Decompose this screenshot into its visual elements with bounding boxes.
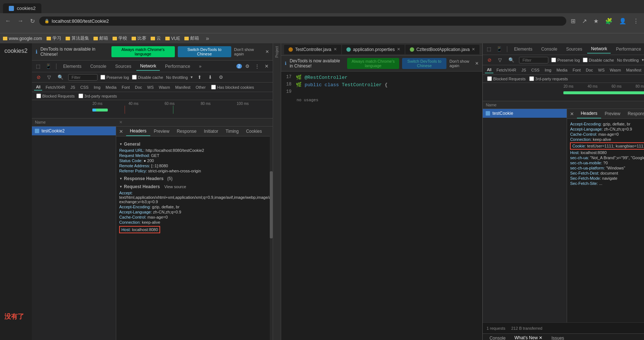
filter-input[interactable] [68, 74, 97, 81]
blocked-requests-label[interactable]: Blocked Requests [36, 94, 75, 98]
right-search-button[interactable]: 🔍 [507, 56, 516, 64]
right-header-panel-close[interactable]: ✕ [570, 111, 574, 117]
right-filter-img[interactable]: Img [543, 67, 553, 73]
ide-notify-close[interactable]: ✕ [475, 61, 479, 66]
bottom-tab-issues[interactable]: Issues [548, 334, 568, 340]
search-button[interactable]: 🔍 [56, 73, 65, 81]
right-filter-wasm[interactable]: Wasm [608, 67, 623, 73]
filter-js[interactable]: JS [69, 84, 77, 90]
right-filter-fetch[interactable]: Fetch/XHR [495, 67, 518, 73]
right-disable-cache-label[interactable]: Disable cache [583, 58, 614, 62]
right-filter-media[interactable]: Media [555, 67, 569, 73]
tab-testcontroller[interactable]: TestController.java ✕ [284, 45, 341, 54]
filter-wasm[interactable]: Wasm [157, 84, 172, 90]
left-scrollbar-thumb[interactable] [270, 171, 273, 238]
request-row-testcookie[interactable]: testCookie [483, 109, 567, 118]
share-button[interactable]: ↗ [580, 16, 589, 26]
settings2-button[interactable]: ⚙ [217, 73, 225, 81]
blocked-requests-checkbox[interactable] [36, 94, 41, 98]
ide-dont-show-again-link[interactable]: Don't show again [449, 59, 472, 68]
bookmark-button[interactable]: ★ [591, 16, 601, 26]
third-party-checkbox[interactable] [78, 94, 83, 98]
right-inspect-button[interactable]: ⬚ [485, 45, 493, 53]
throttle-dropdown[interactable]: ▾ [191, 75, 193, 80]
filter-button[interactable]: ▽ [45, 73, 53, 81]
right-tab-elements[interactable]: Elements [510, 45, 536, 53]
preserve-log-checkbox[interactable] [100, 75, 105, 80]
right-third-party-label[interactable]: 3rd-party requests [529, 76, 568, 81]
bookmark-school[interactable]: 学校 [113, 35, 127, 41]
has-blocked-cookies-label[interactable]: Has blocked cookies [211, 85, 254, 89]
bookmark-study[interactable]: 学习 [47, 35, 61, 41]
right-filter-css[interactable]: CSS [529, 67, 541, 73]
tab-appprops-close[interactable]: ✕ [397, 47, 400, 52]
header-tab-preview[interactable]: Preview [150, 127, 173, 136]
general-title[interactable]: General [119, 142, 270, 147]
more-tools-button[interactable]: ⋮ [253, 62, 261, 70]
profile-button[interactable]: 👤 [617, 16, 629, 26]
export-button[interactable]: ⬇ [206, 73, 214, 81]
right-tab-headers[interactable]: Headers [577, 109, 601, 118]
bookmark-mail[interactable]: 邮箱 [93, 35, 108, 41]
import-button[interactable]: ⬆ [196, 73, 203, 81]
right-blocked-requests-label[interactable]: Blocked Requests [487, 76, 526, 81]
refresh-button[interactable]: ↻ [28, 16, 37, 26]
filter-css[interactable]: CSS [78, 84, 91, 90]
right-filter-doc[interactable]: Doc [584, 67, 595, 73]
switch-chinese-button[interactable]: Switch DevTools to Chinese [178, 46, 231, 57]
right-throttle-dropdown[interactable]: ▾ [642, 58, 644, 62]
tab-sources[interactable]: Sources [111, 62, 135, 70]
filter-media[interactable]: Media [104, 84, 118, 90]
filter-other[interactable]: Other [194, 84, 208, 90]
bookmarks-more[interactable]: » [203, 34, 211, 43]
has-blocked-cookies-checkbox[interactable] [211, 85, 216, 89]
filter-fetch[interactable]: Fetch/XHR [44, 84, 67, 90]
filter-ws[interactable]: WS [146, 84, 156, 90]
tab-testcontroller-close[interactable]: ✕ [334, 47, 337, 52]
right-filter-js[interactable]: JS [519, 67, 528, 73]
header-tab-headers[interactable]: Headers [126, 127, 150, 136]
tab-network[interactable]: Network [136, 62, 160, 71]
right-tab-response[interactable]: Response [624, 109, 644, 118]
close-devtools-button[interactable]: ✕ [263, 62, 271, 70]
tab-performance[interactable]: Performance [161, 62, 194, 70]
right-tab-preview[interactable]: Preview [601, 109, 624, 118]
right-disable-cache-checkbox[interactable] [583, 58, 588, 62]
right-filter-manifest[interactable]: Manifest [624, 67, 643, 73]
disable-cache-checkbox[interactable] [132, 75, 137, 80]
match-language-button[interactable]: Always match Chrome's language [111, 46, 175, 57]
dont-show-again-link[interactable]: Don't show again [234, 47, 263, 56]
right-filter-input[interactable] [519, 57, 548, 63]
right-filter-font[interactable]: Font [571, 67, 582, 73]
bookmark-vue[interactable]: VUE [165, 36, 180, 41]
left-scrollbar[interactable] [270, 127, 273, 340]
filter-font[interactable]: Font [120, 84, 132, 90]
filter-img[interactable]: Img [92, 84, 102, 90]
menu-button[interactable]: ⋮ [631, 16, 641, 26]
request-row-testcookie2[interactable]: testCookie2 [32, 127, 116, 135]
header-tab-timing[interactable]: Timing [222, 127, 243, 136]
right-tab-performance[interactable]: Performance [612, 45, 644, 53]
right-third-party-checkbox[interactable] [529, 76, 534, 81]
right-preserve-log-checkbox[interactable] [551, 58, 556, 62]
header-tab-response[interactable]: Response [173, 127, 200, 136]
right-clear-button[interactable]: ⊘ [486, 56, 493, 64]
right-tab-console[interactable]: Console [537, 45, 561, 53]
bookmark-cloud[interactable]: 云 [151, 35, 161, 41]
header-tab-initiator[interactable]: Initiator [200, 127, 222, 136]
tab-elements[interactable]: Elements [59, 62, 85, 70]
right-filter-ws[interactable]: WS [596, 67, 607, 73]
tab-appprops[interactable]: application.properties ✕ [342, 45, 405, 54]
back-button[interactable]: ← [3, 16, 13, 26]
device-toggle-button[interactable]: 📱 [44, 62, 53, 70]
filter-all[interactable]: All [34, 84, 42, 91]
tab-czltest[interactable]: CzltestBootApplication.java ✕ [405, 45, 479, 54]
bottom-tab-whats-new[interactable]: What's New ✕ [511, 333, 546, 340]
request-headers-title[interactable]: Request Headers View source [119, 184, 270, 189]
extension-button[interactable]: 🧩 [603, 16, 615, 26]
bookmark-contest[interactable]: 比赛 [132, 35, 146, 41]
right-device-button[interactable]: 📱 [494, 45, 504, 53]
ide-switch-chinese-button[interactable]: Switch DevTools to Chinese [402, 58, 446, 69]
cast-button[interactable]: ⊞ [568, 16, 578, 26]
response-headers-title[interactable]: Response Headers (5) [119, 176, 270, 181]
